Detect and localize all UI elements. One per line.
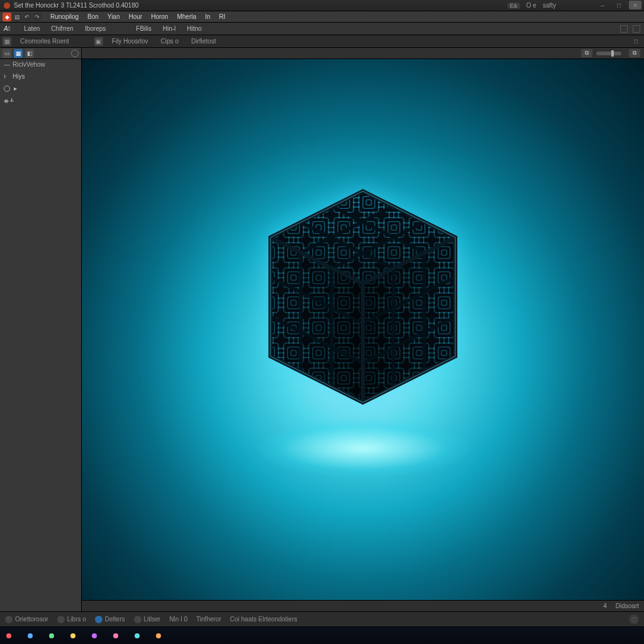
tab-2[interactable]: Dirfietost [187,38,219,45]
tabstrip-left-label[interactable]: Ciromorles Roent [16,38,73,45]
tool-wheel-icon[interactable] [71,50,79,57]
taskbar-app-1-icon[interactable] [6,633,11,638]
options-minimize-icon[interactable] [620,25,628,33]
taskbar-app-2-icon[interactable] [28,633,33,638]
status-right: ◌ [629,614,639,625]
left-panel-line1-label: Hiys [13,73,25,80]
status-layers-icon [95,616,103,623]
titlebar-extra-c[interactable]: safty [543,2,556,9]
status-item-2[interactable]: Delters [95,616,125,623]
redo-icon[interactable]: ↷ [33,13,42,21]
clipboard-icon[interactable]: ▤ [13,13,21,21]
branch-icon: ᚑᚆ [4,97,14,105]
option-0[interactable]: Laten [21,25,42,32]
window-close-button[interactable]: ✕ [629,1,641,9]
options-lead-glyph[interactable]: A͛ [4,25,10,32]
status-chat-icon[interactable]: ◌ [629,614,639,625]
work-area: ▭ ▦ ◧ — RiclvVehow ⊦ Hiys ▸ ᚑᚆ [0,48,644,611]
titlebar-extras: E& O e safty [508,0,556,11]
menu-item-3[interactable]: Hour [125,13,147,21]
play-icon: ▸ [14,85,17,92]
option-2[interactable]: Iboreps [82,25,108,32]
tool-grid-icon[interactable]: ▦ [14,49,23,58]
tab-1[interactable]: Cips o [157,38,182,45]
canvas-footer: 4 Didsoart [82,600,644,611]
window-titlebar: Set the Honockr 3 TL2411 Scrothod 0.4018… [0,0,644,11]
status-label-2: Delters [105,616,125,623]
menu-bar: ◆ ▤ ↶ ↷ Runopilog Bon Yian Hour Horon Mh… [0,11,644,23]
canvas-chip-2[interactable]: ⧉ [629,49,640,57]
left-panel-line-3[interactable]: ᚑᚆ [4,97,77,105]
left-tool-panel: ▭ ▦ ◧ — RiclvVehow ⊦ Hiys ▸ ᚑᚆ [0,48,82,611]
option-5[interactable]: Hitno [184,25,204,32]
left-panel-line-1: ⊦ Hiys [4,73,77,80]
status-item-3[interactable]: Litlser [134,616,161,623]
window-controls: – □ ✕ [596,1,641,9]
menu-item-6[interactable]: In [201,13,214,21]
status-label-1: Librs о [67,616,86,623]
left-panel-line-2[interactable]: ▸ [4,85,77,92]
taskbar-app-7-icon[interactable] [135,633,140,638]
canvas-header: ⧉ ⧉ [82,48,644,59]
menu-item-7[interactable]: RI [215,13,229,21]
left-panel-body: ⊦ Hiys ▸ ᚑᚆ [0,69,81,109]
window-minimize-button[interactable]: – [596,1,609,9]
menu-item-4[interactable]: Horon [147,13,172,21]
taskbar-app-3-icon[interactable] [49,633,54,638]
menu-item-2[interactable]: Yian [104,13,124,21]
status-item-6[interactable]: Coi haats Elrteondotiers [230,616,297,623]
tabstrip-grid-icon[interactable]: ▦ [3,37,11,46]
tabstrip-close-icon[interactable]: □ [631,37,640,46]
os-taskbar [0,626,644,644]
tab-0[interactable]: Fily Hoosrlov [108,38,152,45]
zoom-slider[interactable] [596,52,621,55]
canvas-footer-label[interactable]: Didsoart [616,602,639,609]
window-title: Set the Honockr 3 TL2411 Scrothod 0.4018… [14,2,138,9]
status-item-1[interactable]: Librs о [57,616,86,623]
options-right-cluster [620,25,640,33]
menu-item-1[interactable]: Bon [84,13,103,21]
status-item-4[interactable]: Nln I 0 [169,616,187,623]
status-label-6: Coi haats Elrteondotiers [230,616,297,623]
status-label-4: Nln I 0 [169,616,187,623]
menu-item-5[interactable]: Mherla [173,13,200,21]
left-panel-header: — RiclvVehow [0,59,81,69]
status-doc-icon [134,616,142,623]
status-user-icon [5,616,13,623]
taskbar-app-6-icon[interactable] [113,633,118,638]
options-bar: A͛ Laten Chifrren Iboreps FBilis Hin-l H… [0,23,644,35]
canvas-chip-1[interactable]: ⧉ [581,49,592,57]
status-label-5: Tinfheror [196,616,221,623]
option-4[interactable]: Hin-l [160,25,179,32]
menu-prefix-icons: ◆ ▤ ↶ ↷ [3,13,42,21]
tab-strip: ▦ Ciromorles Roent ▣ Fily Hoosrlov Cips … [0,35,644,48]
taskbar-app-5-icon[interactable] [92,633,97,638]
options-restore-icon[interactable] [633,25,640,33]
app-badge-icon[interactable]: ◆ [3,13,11,21]
canvas-column: ⧉ ⧉ [82,48,644,611]
tool-cursor-icon[interactable]: ◧ [25,49,34,58]
titlebar-extra-b[interactable]: O e [526,2,536,9]
tool-swatch-icon[interactable]: ▭ [3,49,11,58]
status-label-0: Oriettorosor [15,616,48,623]
option-3[interactable]: FBilis [133,25,153,32]
rendered-cube [231,165,495,429]
app-icon [4,3,10,9]
canvas-viewport[interactable] [82,59,644,600]
left-panel-title: RiclvVehow [13,61,45,68]
tabstrip-folder-icon[interactable]: ▣ [94,37,103,46]
status-item-0[interactable]: Oriettorosor [5,616,48,623]
status-bar: Oriettorosor Librs о Delters Litlser Nln… [0,611,644,626]
canvas-footer-num: 4 [603,602,607,609]
undo-icon[interactable]: ↶ [23,13,31,21]
menu-item-0[interactable]: Runopilog [47,13,82,21]
taskbar-app-4-icon[interactable] [70,633,75,638]
titlebar-extra-a[interactable]: E& [508,3,520,9]
window-maximize-button[interactable]: □ [613,1,625,9]
status-label-3: Litlser [144,616,161,623]
status-book-icon [57,616,65,623]
taskbar-app-8-icon[interactable] [156,633,161,638]
tool-row-icons: ▭ ▦ ◧ [0,48,81,59]
status-item-5[interactable]: Tinfheror [196,616,221,623]
option-1[interactable]: Chifrren [48,25,76,32]
